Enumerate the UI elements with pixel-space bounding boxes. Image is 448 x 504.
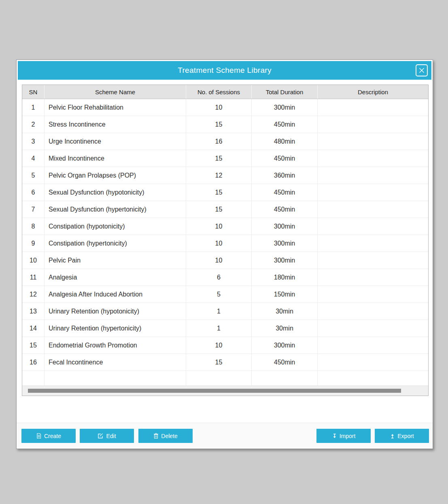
table-row[interactable]: 14 Urinary Retention (hypertonicity) 1 3… (22, 320, 428, 337)
table-row[interactable]: 9 Constipation (hypertonicity) 10 300min (22, 235, 428, 252)
cell-description (318, 235, 428, 252)
cell-sn: 7 (22, 201, 45, 218)
create-button[interactable]: Create (21, 429, 76, 443)
cell-description (318, 116, 428, 133)
cell-scheme-name: Endometrial Growth Promotion (45, 337, 186, 354)
cell-sn: 6 (22, 184, 45, 201)
cell-duration: 360min (252, 167, 318, 184)
scrollbar-thumb[interactable] (28, 389, 401, 393)
cell-sessions: 10 (186, 337, 252, 354)
cell-description (318, 150, 428, 167)
table-row[interactable]: 11 Analgesia 6 180min (22, 269, 428, 286)
cell-scheme-name: Pelvic Floor Rehabilitation (45, 99, 186, 116)
cell-duration: 300min (252, 235, 318, 252)
horizontal-scrollbar[interactable] (22, 385, 428, 396)
cell-duration: 450min (252, 184, 318, 201)
dialog-titlebar: Treatment Scheme Library (18, 61, 431, 80)
cell-sn: 14 (22, 320, 45, 337)
cell-scheme-name: Mixed Incontinence (45, 150, 186, 167)
table-row[interactable]: 2 Stress Incontinence 15 450min (22, 116, 428, 133)
table-header-row: SN Scheme Name No. of Sessions Total Dur… (22, 85, 428, 99)
cell-duration: 30min (252, 303, 318, 320)
cell-sn: 15 (22, 337, 45, 354)
cell-sessions: 10 (186, 252, 252, 269)
cell-sn: 11 (22, 269, 45, 286)
cell-description (318, 99, 428, 116)
cell-scheme-name: Analgesia (45, 269, 186, 286)
table-row[interactable]: 16 Fecal Incontinence 15 450min (22, 354, 428, 371)
cell-sessions: 10 (186, 218, 252, 235)
export-button-label: Export (397, 433, 414, 439)
cell-scheme-name: Urge Incontinence (45, 133, 186, 150)
cell-description (318, 218, 428, 235)
cell-description (318, 303, 428, 320)
cell-sessions: 6 (186, 269, 252, 286)
edit-button[interactable]: Edit (80, 429, 134, 443)
export-button[interactable]: Export (375, 429, 429, 443)
cell-sn: 1 (22, 99, 45, 116)
table-row[interactable]: 12 Analgesia After Induced Abortion 5 15… (22, 286, 428, 303)
table-row[interactable]: 1 Pelvic Floor Rehabilitation 10 300min (22, 99, 428, 116)
delete-button[interactable]: Delete (138, 429, 193, 443)
table-row[interactable]: 10 Pelvic Pain 10 300min (22, 252, 428, 269)
create-button-label: Create (44, 433, 61, 439)
cell-scheme-name: Constipation (hypertonicity) (45, 235, 186, 252)
cell-description (318, 269, 428, 286)
cell-description (318, 252, 428, 269)
cell-duration: 450min (252, 116, 318, 133)
close-button[interactable] (416, 64, 428, 76)
cell-sessions: 15 (186, 116, 252, 133)
cell-scheme-name: Constipation (hypotonicity) (45, 218, 186, 235)
cell-description (318, 167, 428, 184)
import-button-label: Import (340, 433, 356, 439)
close-icon (418, 67, 425, 74)
cell-sessions: 15 (186, 150, 252, 167)
cell-duration: 300min (252, 252, 318, 269)
import-button[interactable]: Import (316, 429, 371, 443)
column-header-description: Description (318, 85, 428, 99)
cell-sn: 4 (22, 150, 45, 167)
table-row[interactable]: 5 Pelvic Organ Prolapses (POP) 12 360min (22, 167, 428, 184)
cell-scheme-name: Fecal Incontinence (45, 354, 186, 371)
cell-sn: 10 (22, 252, 45, 269)
cell-description (318, 354, 428, 371)
cell-duration: 300min (252, 218, 318, 235)
table-body: 1 Pelvic Floor Rehabilitation 10 300min … (22, 99, 428, 371)
cell-sn: 3 (22, 133, 45, 150)
cell-description (318, 337, 428, 354)
cell-duration: 450min (252, 354, 318, 371)
import-arrow-down-icon (332, 433, 337, 439)
cell-sn: 12 (22, 286, 45, 303)
cell-sn: 8 (22, 218, 45, 235)
cell-sessions: 12 (186, 167, 252, 184)
table-row[interactable]: 8 Constipation (hypotonicity) 10 300min (22, 218, 428, 235)
column-header-duration: Total Duration (252, 85, 318, 99)
treatment-scheme-library-dialog: Treatment Scheme Library SN Scheme Name … (16, 59, 433, 449)
cell-sessions: 1 (186, 303, 252, 320)
cell-sessions: 16 (186, 133, 252, 150)
column-header-sn: SN (22, 85, 45, 99)
cell-scheme-name: Stress Incontinence (45, 116, 186, 133)
cell-sessions: 1 (186, 320, 252, 337)
scheme-table: SN Scheme Name No. of Sessions Total Dur… (22, 85, 429, 396)
cell-description (318, 201, 428, 218)
table-row[interactable]: 13 Urinary Retention (hypotonicity) 1 30… (22, 303, 428, 320)
table-row[interactable]: 7 Sexual Dysfunction (hypertonicity) 15 … (22, 201, 428, 218)
cell-duration: 300min (252, 99, 318, 116)
cell-duration: 150min (252, 286, 318, 303)
cell-scheme-name: Urinary Retention (hypotonicity) (45, 303, 186, 320)
cell-sn: 16 (22, 354, 45, 371)
cell-duration: 30min (252, 320, 318, 337)
cell-sn: 9 (22, 235, 45, 252)
table-row[interactable]: 15 Endometrial Growth Promotion 10 300mi… (22, 337, 428, 354)
table-row[interactable]: 3 Urge Incontinence 16 480min (22, 133, 428, 150)
column-header-scheme-name: Scheme Name (45, 85, 186, 99)
cell-scheme-name: Sexual Dysfunction (hypotonicity) (45, 184, 186, 201)
table-row[interactable]: 6 Sexual Dysfunction (hypotonicity) 15 4… (22, 184, 428, 201)
cell-sessions: 15 (186, 354, 252, 371)
cell-scheme-name: Pelvic Pain (45, 252, 186, 269)
cell-description (318, 184, 428, 201)
cell-scheme-name: Sexual Dysfunction (hypertonicity) (45, 201, 186, 218)
cell-scheme-name: Urinary Retention (hypertonicity) (45, 320, 186, 337)
table-row[interactable]: 4 Mixed Incontinence 15 450min (22, 150, 428, 167)
